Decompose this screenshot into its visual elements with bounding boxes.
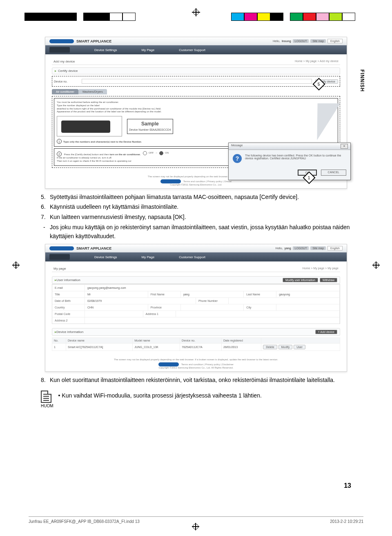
nav-home-button[interactable]	[49, 47, 70, 53]
page-title: Add my device	[53, 60, 75, 63]
device-no-input[interactable]	[82, 79, 312, 84]
nav-customer-support[interactable]: Customer Support	[179, 255, 205, 259]
email-value: gaoyong.yang@samsung.com	[85, 285, 340, 291]
on-icon	[159, 151, 163, 155]
instruction-list-2: Kun olet suorittanut ilmastointilaitteen…	[41, 376, 351, 385]
screenshot-my-page: SMART APPLIANCE Hello, yang LOGOUT Site …	[45, 244, 347, 372]
samsung-logo-icon	[49, 39, 74, 43]
device-no-label: Device no.	[54, 80, 78, 83]
dialog-title: Message	[231, 144, 243, 149]
app-brand: SMART APPLIANCE	[76, 246, 111, 250]
city-label: City	[244, 304, 276, 310]
samsung-logo-icon	[160, 179, 181, 183]
add-device-button[interactable]: + Add device	[315, 330, 337, 334]
samsung-logo-icon	[158, 362, 179, 366]
dialog-message: The following device has been certified.…	[245, 154, 346, 163]
lastname-value: gaoyong	[276, 291, 340, 297]
address2-label: Address 2	[52, 317, 85, 324]
nav-my-page[interactable]: My Page	[142, 48, 155, 52]
certify-device-header: ▸Certify device	[52, 67, 340, 74]
app-header: SMART APPLIANCE Hello, Insung LOGOUT Sit…	[45, 37, 347, 45]
step-1-text: Type only the numbers and character(s) n…	[63, 141, 142, 143]
instruction-6: Käynnistä uudelleen nyt käyttämäsi ilmas…	[41, 203, 351, 212]
nav-home-button[interactable]	[49, 254, 70, 260]
screenshot-certify-device: SMART APPLIANCE Hello, Insung LOGOUT Sit…	[45, 37, 347, 189]
postal-value	[85, 311, 143, 317]
row-user-button[interactable]: User	[294, 345, 305, 349]
note-block: HUOM • Kun vaihdat WiFi-moduulia, suorit…	[41, 391, 351, 408]
sitemap-button[interactable]: Site map	[310, 246, 326, 250]
page-content: SMART APPLIANCE Hello, Insung LOGOUT Sit…	[41, 37, 351, 408]
tab-air-conditioner[interactable]: Air conditioner	[52, 89, 78, 94]
samsung-logo-icon	[49, 246, 74, 250]
instruction-7: Kun laitteen varmennusviesti ilmestyy, n…	[41, 213, 351, 222]
device-table: No.Device nameModel nameDevice no.Date r…	[52, 337, 340, 351]
table-row: 1Smart A/C[7825AD112C7A]JUNG_COLD_13K782…	[52, 344, 340, 351]
title-value: Mr	[85, 291, 148, 297]
dob-label: Date of Birth	[52, 298, 85, 304]
row-modify-button[interactable]: Modify	[278, 345, 293, 349]
province-value	[181, 304, 244, 310]
registration-mark-circle	[193, 9, 199, 15]
postal-label: Postal Code	[52, 311, 85, 317]
dob-value: 02/08/1979	[85, 298, 196, 304]
sitemap-button[interactable]: Site map	[310, 39, 326, 43]
city-value	[276, 304, 340, 310]
page-title: My page	[53, 267, 66, 270]
message-dialog: Message✕ ? The following device has been…	[228, 143, 351, 180]
dialog-cancel-button[interactable]: CANCEL	[321, 170, 346, 176]
nav-device-settings[interactable]: Device Settings	[94, 48, 117, 52]
tab-washers-dryers[interactable]: Washers/Dryers	[78, 89, 107, 94]
instruction-8: Kun olet suorittanut ilmastointilaitteen…	[41, 376, 351, 385]
imprint-file: Junfrau EE_AR09FSFK@_APP IB_DB68-03372A_…	[29, 519, 140, 524]
main-nav: Device Settings My Page Customer Support	[45, 45, 347, 54]
country-value: CHN	[85, 304, 148, 310]
page-number: 13	[344, 482, 351, 489]
off-icon	[143, 151, 147, 155]
step-2-icon: 2	[57, 152, 62, 156]
note-text: Kun vaihdat WiFi-moduulia, suorita prose…	[62, 392, 261, 399]
note-icon	[41, 391, 51, 403]
device-illustration	[57, 116, 122, 136]
user-info-header: ▸User information Modify user informatio…	[52, 276, 340, 284]
authorization-instructions: You must be authorized before adding the…	[54, 98, 338, 147]
address1-label: Address 1	[143, 311, 176, 317]
dialog-close-button[interactable]: ✕	[341, 144, 348, 149]
logout-button[interactable]: LOGOUT	[293, 39, 309, 43]
withdraw-button[interactable]: Withdraw	[320, 278, 337, 282]
instruction-list-1: Syötettyäsi ilmastointilaitteen pohjaan …	[41, 193, 351, 241]
language-tab: FINNISH	[359, 69, 365, 92]
sample-label: Sample Device Number 00AA2B33CCD4	[127, 119, 173, 134]
province-label: Province	[148, 304, 181, 310]
address2-value	[85, 317, 340, 324]
imprint-line: Junfrau EE_AR09FSFK@_APP IB_DB68-03372A_…	[29, 516, 363, 524]
breadcrumb: Home > My page > My page	[303, 267, 339, 270]
nav-my-page[interactable]: My Page	[142, 255, 155, 259]
email-label: E-mail	[52, 285, 85, 291]
device-info-header: ▸Device information + Add device	[52, 328, 340, 336]
logout-button[interactable]: LOGOUT	[293, 246, 309, 250]
instruction-5: Syötettyäsi ilmastointilaitteen pohjaan …	[41, 193, 351, 202]
language-select[interactable]: English	[327, 246, 343, 250]
breadcrumb: Home > My page > Add my device	[295, 60, 339, 63]
bullet-icon: •	[58, 392, 60, 399]
country-label: Country	[52, 304, 85, 310]
modify-user-button[interactable]: Modify user information	[283, 278, 318, 282]
nav-customer-support[interactable]: Customer Support	[179, 48, 205, 52]
app-brand: SMART APPLIANCE	[76, 39, 111, 43]
nav-device-settings[interactable]: Device Settings	[94, 255, 117, 259]
lastname-label: Last Name	[244, 291, 276, 297]
table-header-row: No.Device nameModel nameDevice no.Date r…	[52, 338, 340, 344]
firstname-label: First Name	[148, 291, 181, 297]
phone-label: Phone Number	[196, 298, 229, 304]
firstname-value: yang	[181, 291, 244, 297]
note-label: HUOM	[41, 404, 53, 408]
registration-mark-right-icon	[372, 261, 380, 269]
step-1-icon: 1	[57, 139, 62, 144]
reg-swatches-right	[231, 13, 355, 21]
instruction-7a: Jos joku muu käyttäjä on jo rekisteröiny…	[41, 223, 351, 241]
row-delete-button[interactable]: Delete	[263, 345, 277, 349]
username: yang	[285, 247, 291, 250]
question-icon: ?	[233, 154, 242, 163]
language-select[interactable]: English	[327, 39, 343, 43]
